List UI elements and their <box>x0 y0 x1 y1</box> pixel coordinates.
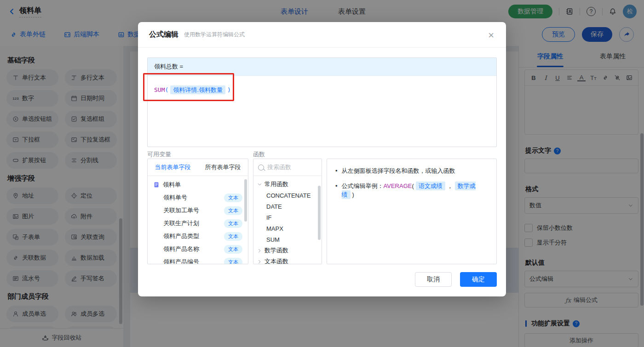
field-type-badge: 文本 <box>224 258 242 265</box>
root-label: 领料单 <box>163 181 181 189</box>
cancel-button[interactable]: 取消 <box>415 272 452 287</box>
field-type-badge: 文本 <box>224 193 242 202</box>
field-type-badge: 文本 <box>224 245 242 254</box>
variable-row[interactable]: 领料产品类型文本 <box>148 230 248 243</box>
example-field-chip: 语文成绩 <box>416 182 445 190</box>
variables-scrollbar[interactable] <box>244 179 247 222</box>
confirm-button[interactable]: 确定 <box>460 272 497 287</box>
example-function-name: AVERAGE <box>384 182 412 189</box>
dialog-subtitle: 使用数学运算符编辑公式 <box>184 31 245 39</box>
function-group-common[interactable]: 常用函数 <box>253 179 322 190</box>
function-group-math[interactable]: 数学函数 <box>253 245 322 256</box>
function-search[interactable]: 搜索函数 <box>253 159 322 176</box>
field-type-badge: 文本 <box>224 206 242 215</box>
help-panel: • 从左侧面板选择字段名和函数，或输入函数 • 公式编辑举例：AVERAGE(语… <box>327 159 497 264</box>
tab-all-form-fields[interactable]: 所有表单字段 <box>198 163 248 171</box>
formula-field-chip[interactable]: 领料详情.领料数量 <box>170 85 225 94</box>
function-item[interactable]: CONCATENATE <box>253 190 322 201</box>
field-type-badge: 文本 <box>224 219 242 228</box>
close-icon[interactable]: × <box>486 28 496 42</box>
variable-row[interactable]: 关联加工单号文本 <box>148 204 248 217</box>
variable-row[interactable]: 关联生产计划文本 <box>148 217 248 230</box>
function-item[interactable]: SUM <box>253 234 322 245</box>
function-item[interactable]: DATE <box>253 201 322 212</box>
formula-edit-dialog: 公式编辑 使用数学运算符编辑公式 × 领料总数 = SUM(领料详情.领料数量)… <box>138 22 506 296</box>
variables-section-label: 可用变量 <box>147 150 171 159</box>
chevron-down-icon <box>257 182 262 187</box>
variable-row[interactable]: 领料产品名称文本 <box>148 243 248 256</box>
chevron-right-icon <box>257 248 262 253</box>
form-doc-icon <box>153 182 160 188</box>
functions-scrollbar[interactable] <box>318 186 321 240</box>
variables-panel: 当前表单字段 所有表单字段 领料单 领料单号文本 关联加工单号文本 关联生产计划… <box>147 159 248 264</box>
search-placeholder: 搜索函数 <box>267 163 291 171</box>
variable-row[interactable]: 领料单号文本 <box>148 191 248 204</box>
function-item[interactable]: IF <box>253 212 322 223</box>
variables-tree-root[interactable]: 领料单 <box>148 178 248 191</box>
formula-editor[interactable]: 领料总数 = SUM(领料详情.领料数量) <box>147 57 497 147</box>
help-line-2: • 公式编辑举例：AVERAGE(语文成绩，数学成绩) <box>335 182 488 199</box>
formula-result-label: 领料总数 = <box>148 58 496 76</box>
functions-section-label: 函数 <box>253 150 265 159</box>
search-icon <box>258 165 264 171</box>
functions-panel: 搜索函数 常用函数 CONCATENATE DATE IF MAPX SUM 数… <box>253 159 322 264</box>
chevron-right-icon <box>257 259 262 264</box>
dialog-title: 公式编辑 <box>149 30 178 40</box>
help-line-1: • 从左侧面板选择字段名和函数，或输入函数 <box>335 166 488 176</box>
formula-expression[interactable]: SUM(领料详情.领料数量) <box>148 76 496 104</box>
function-group-text[interactable]: 文本函数 <box>253 256 322 264</box>
variable-row[interactable]: 领料产品编号文本 <box>148 256 248 264</box>
formula-function-name: SUM <box>154 86 165 93</box>
field-type-badge: 文本 <box>224 232 242 241</box>
tab-current-form-fields[interactable]: 当前表单字段 <box>148 163 198 171</box>
function-item[interactable]: MAPX <box>253 223 322 234</box>
